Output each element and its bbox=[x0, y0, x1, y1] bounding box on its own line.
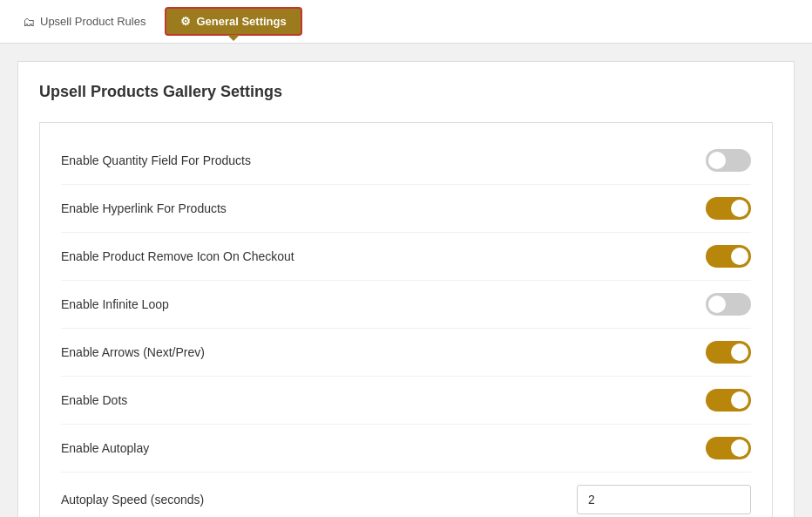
upsell-rules-link[interactable]: 🗂 Upsell Product Rules bbox=[14, 10, 154, 34]
setting-row: Enable Hyperlink For Products bbox=[61, 185, 751, 233]
general-settings-label: General Settings bbox=[196, 15, 286, 28]
setting-label-enable-arrows: Enable Arrows (Next/Prev) bbox=[61, 345, 205, 359]
toggle-slider-enable-autoplay bbox=[706, 437, 751, 459]
setting-label-autoplay-speed: Autoplay Speed (seconds) bbox=[61, 493, 204, 507]
setting-label-enable-hyperlink: Enable Hyperlink For Products bbox=[61, 201, 227, 215]
toggle-enable-remove-icon[interactable] bbox=[706, 245, 751, 268]
setting-row: Enable Dots bbox=[61, 377, 751, 425]
setting-label-enable-infinite-loop: Enable Infinite Loop bbox=[61, 297, 169, 311]
setting-row: Autoplay Speed (seconds) bbox=[61, 473, 751, 517]
toggle-slider-enable-arrows bbox=[706, 341, 751, 364]
number-input-autoplay-speed[interactable] bbox=[577, 485, 751, 514]
setting-row: Enable Quantity Field For Products bbox=[61, 137, 751, 185]
setting-row: Enable Product Remove Icon On Checkout bbox=[61, 233, 751, 281]
toggle-enable-autoplay[interactable] bbox=[706, 437, 751, 459]
main-content: Upsell Products Gallery Settings Enable … bbox=[17, 61, 795, 517]
toggle-enable-dots[interactable] bbox=[706, 389, 751, 412]
toggle-enable-arrows[interactable] bbox=[706, 341, 751, 364]
toggle-slider-enable-remove-icon bbox=[706, 245, 751, 268]
toggle-slider-enable-dots bbox=[706, 389, 751, 412]
top-nav: 🗂 Upsell Product Rules ⚙ General Setting… bbox=[0, 0, 812, 44]
setting-label-enable-autoplay: Enable Autoplay bbox=[61, 441, 149, 455]
toggle-enable-quantity-field[interactable] bbox=[706, 149, 751, 172]
toggle-slider-enable-infinite-loop bbox=[706, 293, 751, 316]
general-settings-button[interactable]: ⚙ General Settings bbox=[165, 7, 301, 36]
toggle-slider-enable-hyperlink bbox=[706, 197, 751, 220]
settings-container: Enable Quantity Field For ProductsEnable… bbox=[39, 122, 773, 517]
toggle-slider-enable-quantity-field bbox=[706, 149, 751, 172]
setting-label-enable-remove-icon: Enable Product Remove Icon On Checkout bbox=[61, 249, 294, 263]
setting-row: Enable Infinite Loop bbox=[61, 281, 751, 329]
gear-icon: ⚙ bbox=[180, 15, 191, 28]
toggle-enable-infinite-loop[interactable] bbox=[706, 293, 751, 316]
briefcase-icon: 🗂 bbox=[23, 15, 35, 29]
setting-label-enable-dots: Enable Dots bbox=[61, 393, 127, 407]
toggle-enable-hyperlink[interactable] bbox=[706, 197, 751, 220]
page-title: Upsell Products Gallery Settings bbox=[39, 83, 773, 101]
setting-row: Enable Autoplay bbox=[61, 425, 751, 473]
setting-label-enable-quantity-field: Enable Quantity Field For Products bbox=[61, 153, 251, 167]
upsell-rules-label: Upsell Product Rules bbox=[40, 15, 145, 28]
setting-row: Enable Arrows (Next/Prev) bbox=[61, 329, 751, 377]
